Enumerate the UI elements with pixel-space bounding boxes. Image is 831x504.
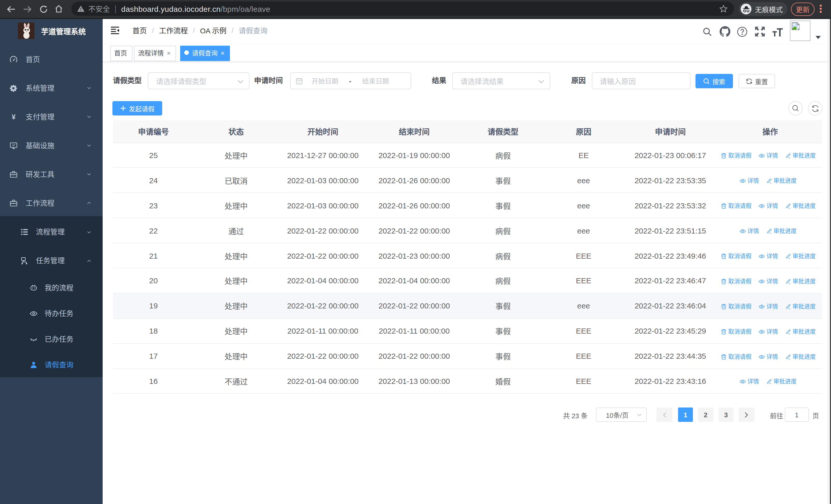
svg-text:¥: ¥ <box>11 113 16 121</box>
